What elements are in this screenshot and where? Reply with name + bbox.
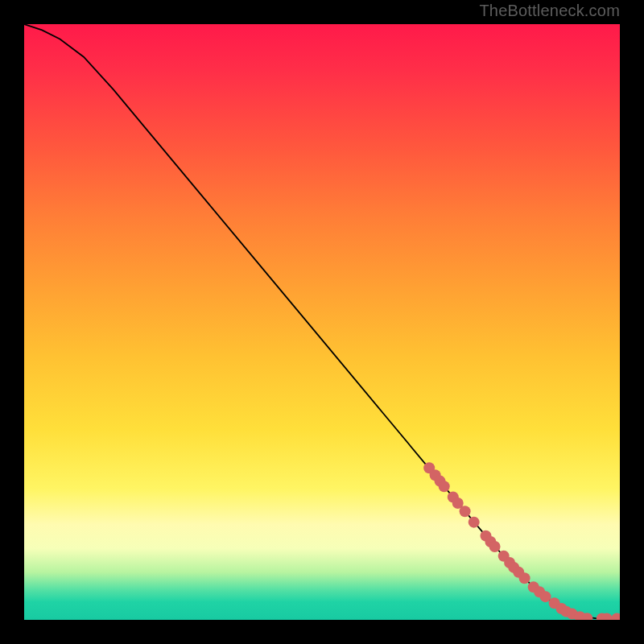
marker-dot [439, 481, 450, 492]
curve-svg [24, 24, 620, 620]
marker-dot [519, 572, 530, 584]
curve-markers [423, 462, 620, 620]
bottleneck-curve-line [24, 24, 620, 619]
marker-dot [469, 517, 480, 528]
watermark-text: TheBottleneck.com [479, 2, 620, 20]
marker-dot [611, 613, 620, 620]
plot-area [24, 24, 620, 620]
marker-dot [460, 506, 471, 517]
chart-container: TheBottleneck.com [0, 0, 644, 644]
marker-dot [489, 541, 501, 552]
